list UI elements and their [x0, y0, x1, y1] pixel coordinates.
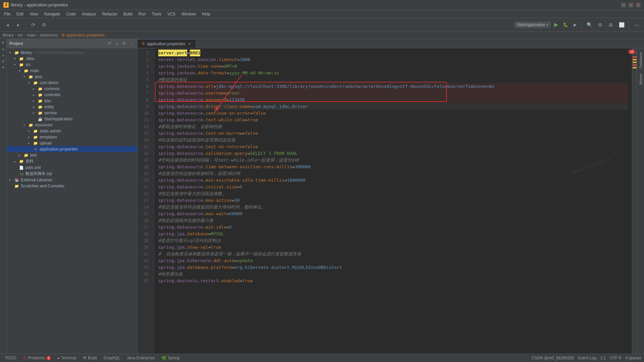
menu-item-edit[interactable]: Edit — [14, 11, 26, 17]
tree-item[interactable]: ▾ 📁 .idea — [7, 56, 137, 62]
graphql-label: GraphQL — [104, 356, 120, 360]
menu-item-file[interactable]: File — [1, 11, 13, 17]
tree-item[interactable]: ▸ 📁 controller — [7, 92, 137, 98]
breadcrumb-library[interactable]: library — [3, 33, 14, 38]
line-number: 18 — [138, 164, 151, 170]
line-number: 7 — [138, 90, 151, 97]
tree-item[interactable]: ▾ 📁 java — [7, 74, 137, 80]
project-icon[interactable]: P — [1, 40, 6, 46]
debug-button[interactable]: 🐛 — [561, 21, 570, 29]
tree-item[interactable]: ▾ 📁 library C:\Users\51414\Desktop\libra… — [7, 50, 137, 56]
settings2-button[interactable]: ⚙ — [595, 20, 605, 29]
tab-close-button[interactable]: ✕ — [187, 42, 192, 46]
right-gutter[interactable]: 10 ▲ ▼ — [632, 48, 637, 354]
encoding-label[interactable]: UTF-8 — [610, 356, 621, 360]
favorites-icon[interactable]: ★ — [1, 52, 6, 58]
tree-item[interactable]: 🗃 数据库脚本.sql — [7, 171, 137, 177]
menu-item-build[interactable]: Build — [121, 11, 135, 17]
code-line: spring.jpa.show-sql=true — [158, 244, 628, 251]
tree-item[interactable]: ▸ 📁 templates — [7, 134, 137, 140]
menu-item-help[interactable]: Help — [199, 11, 213, 17]
maven-panel-btn[interactable]: Maven — [638, 71, 643, 87]
tree-item[interactable]: ▾ 📁 resources — [7, 122, 137, 128]
search-button[interactable]: 🔍 — [585, 20, 594, 29]
expand-button[interactable]: ⬜ — [617, 20, 626, 29]
project-settings-btn[interactable]: ⚙ — [121, 41, 127, 47]
tree-item[interactable]: ▾ 📁 com.demo — [7, 80, 137, 86]
terminal-tab[interactable]: ▸ Terminal — [56, 354, 78, 362]
line-number: 33 — [138, 264, 151, 271]
tree-item[interactable]: ⚙ application.properties — [7, 146, 137, 152]
tab-label: application.properties — [147, 42, 185, 46]
line-number: 31 — [138, 251, 151, 257]
run-config[interactable]: StartApplication ▾ — [514, 21, 551, 28]
code-line: spring.datasource.min-idle=5 — [158, 224, 628, 231]
right-strip: Database Maven — [637, 48, 644, 354]
breadcrumb-main[interactable]: main — [27, 33, 36, 38]
tree-item[interactable]: ▸ 📚 External Libraries — [7, 177, 137, 183]
web-icon[interactable]: ⊕ — [1, 64, 6, 70]
graphql-tab[interactable]: GraphQL — [102, 354, 122, 362]
code-area[interactable]: javayms.github.io server.port=8081server… — [154, 48, 632, 354]
menu-item-window[interactable]: Window — [179, 11, 199, 17]
build-label: Build — [88, 356, 97, 360]
layout-button[interactable]: ⊞ — [606, 20, 615, 29]
menu-item-code[interactable]: Code — [63, 11, 78, 17]
run-button[interactable]: ▶ — [552, 21, 560, 29]
sync-button[interactable]: ⟳ — [29, 20, 38, 29]
tree-item[interactable]: ▸ 📁 dao — [7, 98, 137, 104]
menu-item-refactor[interactable]: Refactor — [100, 11, 120, 17]
indent-label[interactable]: 4 spaces — [625, 356, 641, 360]
git-status: CSDN @m0_56289293 — [532, 356, 574, 360]
tree-item[interactable]: ▾ 📁 src — [7, 62, 137, 68]
tree-item[interactable]: ▸ 📁 common — [7, 86, 137, 92]
minimize2-button[interactable]: — — [632, 20, 641, 29]
tab-application-properties[interactable]: ⚙ application.properties ✕ — [138, 39, 196, 48]
spring-tab[interactable]: 🌿 Spring — [159, 354, 181, 362]
back-button[interactable]: ◂ — [3, 20, 12, 29]
forward-button[interactable]: ▸ — [13, 20, 23, 29]
database-panel-btn[interactable]: Database — [638, 50, 643, 71]
structure-icon[interactable]: ≡ — [1, 46, 6, 52]
project-sort-btn[interactable]: ≡ — [114, 41, 120, 47]
problems-tab[interactable]: ⚠ Problems 6 — [21, 354, 53, 362]
menu-item-vcs[interactable]: VCS — [165, 11, 178, 17]
coverage-button[interactable]: ▶ — [571, 21, 579, 29]
line-number: 14 — [138, 137, 151, 143]
todo-tab[interactable]: TODO — [3, 354, 18, 362]
settings-button[interactable]: ⚙ — [39, 20, 49, 29]
persistence-icon[interactable]: ⊟ — [1, 58, 6, 64]
tree-item[interactable]: ▸ 📁 service — [7, 110, 137, 116]
build-tab[interactable]: ⚒ Build — [81, 354, 99, 362]
java-enterprise-tab[interactable]: Java Enterprise — [125, 354, 157, 362]
menu-item-run[interactable]: Run — [136, 11, 149, 17]
menu-item-tools[interactable]: Tools — [149, 11, 164, 17]
menu-item-view[interactable]: View — [27, 11, 41, 17]
tree-item[interactable]: ▸ 📁 upload — [7, 140, 137, 146]
gutter-warn-3 — [633, 67, 637, 68]
minimize-button[interactable]: — — [621, 3, 626, 7]
tree-item[interactable]: ▸ 📁 entity — [7, 104, 137, 110]
tree-item[interactable]: ▸ 📁 static.admin — [7, 128, 137, 134]
tree-item[interactable]: ▾ 📁 main — [7, 68, 137, 74]
line-number: 13 — [138, 130, 151, 137]
breadcrumb-file[interactable]: ⚙ application.properties — [61, 33, 104, 38]
close-button[interactable]: ✕ — [636, 3, 641, 7]
menu-item-navigate[interactable]: Navigate — [42, 11, 63, 17]
tree-item[interactable]: ▸ 📁 资料 — [7, 158, 137, 165]
breadcrumb-resources[interactable]: resources — [40, 33, 58, 38]
maximize-button[interactable]: □ — [629, 3, 633, 7]
left-strip: P ≡ ★ ⊟ ⊕ — [0, 39, 7, 354]
project-hide-btn[interactable]: − — [128, 41, 135, 47]
project-sync-btn[interactable]: ⟳ — [106, 41, 112, 47]
tree-item[interactable]: 📁 Scratches and Consoles — [7, 183, 137, 189]
line-col: 1:1 — [600, 356, 606, 360]
breadcrumb-src[interactable]: src — [18, 33, 23, 38]
event-log-btn[interactable]: Event Log — [578, 356, 596, 360]
tree-item[interactable]: ☕ StartApplication — [7, 116, 137, 122]
menu-item-analyze[interactable]: Analyze — [79, 11, 99, 17]
code-line: server.port=8081 — [158, 50, 628, 56]
tree-item[interactable]: 📄 pom.xml — [7, 165, 137, 171]
run-config-label: StartApplication — [517, 22, 545, 27]
tree-item[interactable]: ▸ 📁 test — [7, 152, 137, 158]
